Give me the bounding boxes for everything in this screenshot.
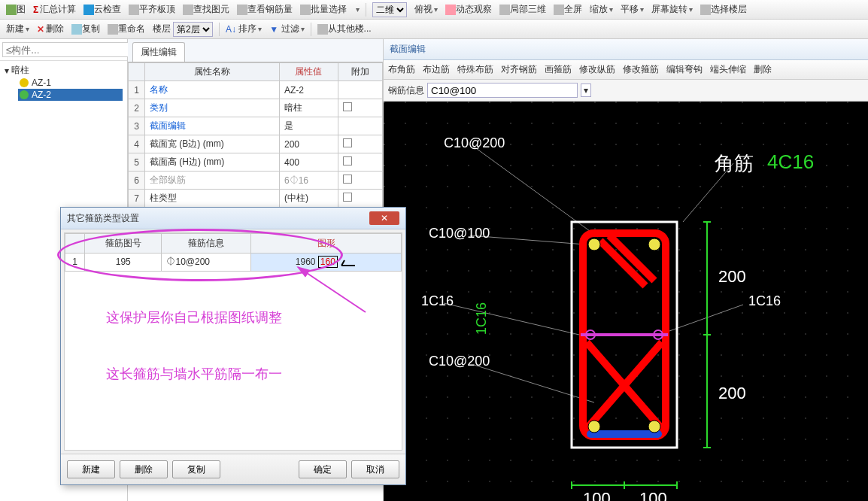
tb-dynobs[interactable]: 动态观察 [442, 2, 495, 17]
tb-more1[interactable] [351, 2, 363, 17]
floor-select[interactable]: 第2层 [173, 22, 213, 37]
tb-copy[interactable]: 复制 [68, 22, 103, 37]
dim-200b: 200 [718, 384, 746, 403]
tb-otherfloor[interactable]: 从其他楼... [314, 22, 375, 37]
section-tool-9[interactable]: 删除 [754, 63, 772, 76]
tb-delete[interactable]: ✕删除 [34, 22, 67, 37]
section-tool-7[interactable]: 编辑弯钩 [666, 63, 703, 76]
svg-point-28 [588, 421, 600, 433]
tb-rotscreen[interactable]: 屏幕旋转 [648, 2, 696, 17]
section-tool-1[interactable]: 布边筋 [423, 63, 450, 76]
dlg-delete-button[interactable]: 删除 [120, 460, 168, 478]
property-row[interactable]: 4截面宽 (B边) (mm)200 [129, 135, 383, 153]
hdr-num: 箍筋图号 [85, 234, 162, 254]
section-title: 截面编辑 [384, 39, 868, 60]
lbl-1c16-a: 1C16 [421, 293, 454, 309]
property-row[interactable]: 6全部纵筋6⏀16 [129, 172, 383, 190]
section-toolbar: 布角筋布边筋特殊布筋对齐钢筋画箍筋修改纵筋修改箍筋编辑弯钩端头伸缩删除 [384, 60, 868, 80]
rebar-info-label: 钢筋信息 [388, 84, 424, 97]
tb-new[interactable]: 新建 [3, 22, 32, 37]
lbl-corner-g: 4C16 [767, 150, 814, 174]
dialog-close-button[interactable]: ✕ [369, 211, 399, 225]
svg-point-29 [648, 421, 660, 433]
prop-hdr-add: 附加 [338, 63, 383, 81]
main-toolbar-1: 图 Σ汇总计算 云检查 平齐板顶 查找图元 查看钢筋量 批量选择 二维 俯视 动… [0, 0, 868, 20]
stirrup-dialog: 其它箍筋类型设置 ✕ 箍筋图号 箍筋信息 图形 1 195 ⏀10@200 19… [60, 207, 406, 485]
svg-line-34 [298, 267, 366, 312]
main-toolbar-2: 新建 ✕删除 复制 重命名 楼层 第2层 A↓ 排序 ▼ 过滤 从其他楼... [0, 20, 868, 39]
tb-viewmode[interactable]: 二维 [369, 2, 410, 17]
dim-200a: 200 [718, 267, 746, 287]
tb-rename[interactable]: 重命名 [105, 22, 148, 37]
property-row[interactable]: 3截面编辑是 [129, 117, 383, 135]
section-tool-8[interactable]: 端头伸缩 [710, 63, 746, 76]
property-row[interactable]: 2类别暗柱 [129, 99, 383, 117]
tb-sort[interactable]: A↓ 排序 [223, 22, 265, 37]
tb-cloudcheck[interactable]: 云检查 [80, 2, 124, 17]
lbl-corner-w: 角筋 [715, 150, 754, 177]
rebar-info-input[interactable] [427, 83, 578, 98]
tb-tu[interactable]: 图 [3, 2, 29, 17]
section-editor-pane: 截面编辑 布角筋布边筋特殊布筋对齐钢筋画箍筋修改纵筋修改箍筋编辑弯钩端头伸缩删除… [384, 39, 868, 501]
tb-floor[interactable]: 楼层 第2层 [150, 22, 216, 37]
viewmode-select[interactable]: 二维 [372, 2, 407, 17]
dlg-copy-button[interactable]: 复制 [172, 460, 220, 478]
gear-icon [20, 90, 29, 99]
hdr-info: 箍筋信息 [162, 234, 251, 254]
hdr-shape: 图形 [251, 234, 402, 254]
section-tool-3[interactable]: 对齐钢筋 [501, 63, 537, 76]
tb-fullscreen[interactable]: 全屏 [551, 2, 585, 17]
svg-point-27 [648, 238, 660, 250]
lbl-c10-200-top: C10@200 [444, 135, 505, 151]
section-tool-6[interactable]: 修改箍筋 [623, 63, 659, 76]
section-canvas[interactable]: C10@200 C10@100 1C16 C10@200 1C16 1C16 角… [384, 102, 868, 501]
svg-line-33 [341, 260, 344, 266]
prop-hdr-idx [129, 63, 145, 81]
dlg-new-button[interactable]: 新建 [67, 460, 115, 478]
prop-hdr-name: 属性名称 [145, 63, 280, 81]
section-tool-2[interactable]: 特殊布筋 [457, 63, 493, 76]
tab-property[interactable]: 属性编辑 [132, 42, 185, 62]
stirrup-table: 箍筋图号 箍筋信息 图形 1 195 ⏀10@200 1960 160 [65, 233, 402, 272]
tb-local3d[interactable]: 局部三维 [496, 2, 549, 17]
tb-batch[interactable]: 批量选择 [297, 2, 350, 17]
section-tool-0[interactable]: 布角筋 [388, 63, 415, 76]
tb-pan[interactable]: 平移 [618, 2, 647, 17]
tb-filter[interactable]: ▼ 过滤 [266, 22, 307, 37]
annotation-1: 这保护层你自己根据图纸调整 [106, 308, 282, 326]
gear-icon [20, 78, 29, 87]
lbl-1c16-v: 1C16 [474, 302, 490, 335]
tree-item-az2[interactable]: AZ-2 [18, 89, 123, 101]
lbl-c10-100: C10@100 [429, 226, 490, 241]
tb-top[interactable]: 俯视 [411, 2, 441, 17]
tb-sumcalc[interactable]: Σ汇总计算 [30, 2, 79, 17]
lbl-c10-200-bot: C10@200 [429, 354, 490, 369]
tb-pickfloor[interactable]: 选择楼层 [697, 2, 750, 17]
dlg-ok-button[interactable]: 确定 [299, 460, 347, 478]
rebar-info-drop[interactable]: ▾ [581, 84, 591, 97]
tb-zoom[interactable]: 缩放 [587, 2, 616, 17]
tree-item-az1[interactable]: AZ-1 [18, 77, 123, 89]
annotation-2: 这长箍筋与墙水平筋隔一布一 [106, 365, 282, 383]
property-row[interactable]: 7柱类型(中柱) [129, 190, 383, 208]
dlg-cancel-button[interactable]: 取消 [351, 460, 399, 478]
tb-rebarqty[interactable]: 查看钢筋量 [234, 2, 296, 17]
prop-hdr-val: 属性值 [279, 63, 338, 81]
dialog-title: 其它箍筋类型设置 [67, 212, 139, 225]
search-input[interactable] [2, 42, 137, 57]
table-row[interactable]: 1 195 ⏀10@200 1960 160 [65, 254, 402, 272]
tb-find[interactable]: 查找图元 [180, 2, 232, 17]
lbl-1c16-b: 1C16 [748, 293, 781, 309]
svg-point-26 [588, 238, 600, 250]
tree-root[interactable]: ▾暗柱 [5, 64, 123, 77]
tb-flat[interactable]: 平齐板顶 [126, 2, 178, 17]
property-row[interactable]: 5截面高 (H边) (mm)400 [129, 153, 383, 172]
dim-100a: 100 [583, 489, 611, 501]
section-tool-4[interactable]: 画箍筋 [545, 63, 572, 76]
dim-100b: 100 [639, 489, 667, 501]
property-row[interactable]: 1名称AZ-2 [129, 81, 383, 99]
section-tool-5[interactable]: 修改纵筋 [579, 63, 615, 76]
